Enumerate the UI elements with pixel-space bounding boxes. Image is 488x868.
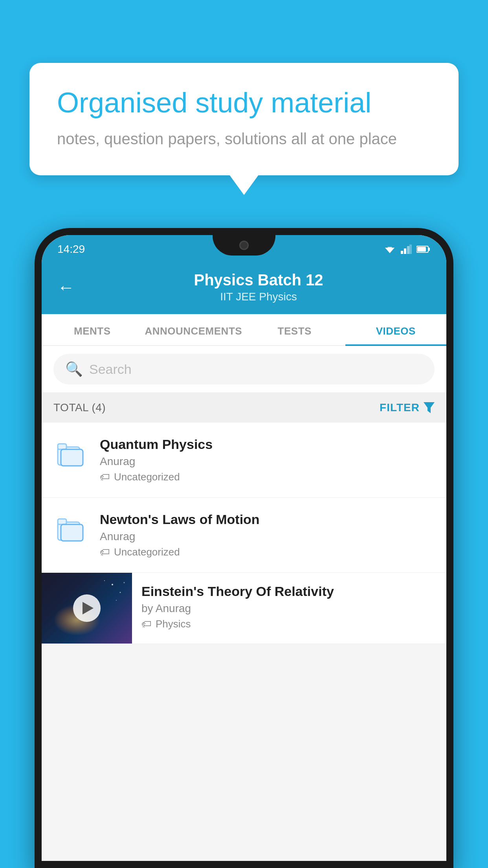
tab-bar: MENTS ANNOUNCEMENTS TESTS VIDEOS (42, 314, 446, 346)
svg-rect-3 (404, 248, 406, 254)
svg-rect-8 (417, 247, 426, 252)
list-item[interactable]: Einstein's Theory Of Relativity by Anura… (42, 573, 446, 644)
tab-ments[interactable]: MENTS (42, 314, 143, 345)
header-title: Physics Batch 12 (86, 271, 431, 289)
item-icon-newton (53, 515, 89, 543)
svg-rect-4 (407, 246, 409, 254)
svg-rect-7 (428, 248, 430, 251)
phone-frame: 14:29 (35, 228, 453, 868)
folder-icon (57, 515, 85, 543)
svg-point-16 (112, 584, 113, 585)
folder-icon (57, 440, 85, 468)
svg-point-19 (124, 582, 125, 583)
back-button[interactable]: ← (57, 278, 75, 297)
play-triangle-icon (83, 602, 94, 614)
svg-point-18 (104, 580, 105, 581)
item-tag: 🏷 Uncategorized (100, 546, 435, 558)
tab-tests[interactable]: TESTS (244, 314, 345, 345)
tag-icon: 🏷 (100, 471, 110, 483)
svg-point-20 (116, 600, 117, 601)
item-info-einstein: Einstein's Theory Of Relativity by Anura… (132, 573, 446, 641)
signal-icon (401, 245, 412, 254)
tag-label: Physics (156, 618, 191, 630)
item-title: Quantum Physics (100, 437, 435, 452)
item-author: by Anurag (141, 602, 437, 615)
video-thumbnail (42, 573, 132, 644)
svg-rect-12 (61, 449, 83, 466)
speech-bubble: Organised study material notes, question… (29, 63, 459, 175)
status-icons (383, 245, 431, 254)
svg-rect-2 (401, 251, 403, 254)
tag-label: Uncategorized (114, 471, 180, 483)
header-title-block: Physics Batch 12 IIT JEE Physics (86, 271, 431, 303)
tab-announcements[interactable]: ANNOUNCEMENTS (143, 314, 244, 345)
camera (239, 241, 249, 250)
search-input[interactable]: Search (89, 362, 132, 377)
item-info-quantum: Quantum Physics Anurag 🏷 Uncategorized (100, 437, 435, 483)
item-icon-quantum (53, 440, 89, 468)
list-item[interactable]: Newton's Laws of Motion Anurag 🏷 Uncateg… (42, 498, 446, 573)
tag-icon: 🏷 (100, 546, 110, 558)
battery-icon (416, 245, 431, 253)
search-icon: 🔍 (65, 361, 83, 377)
item-tag: 🏷 Uncategorized (100, 471, 435, 483)
item-title: Newton's Laws of Motion (100, 512, 435, 527)
tag-icon: 🏷 (141, 618, 152, 630)
svg-rect-14 (58, 519, 66, 524)
header-subtitle: IIT JEE Physics (86, 291, 431, 303)
list-item[interactable]: Quantum Physics Anurag 🏷 Uncategorized (42, 423, 446, 498)
item-info-newton: Newton's Laws of Motion Anurag 🏷 Uncateg… (100, 512, 435, 558)
item-tag: 🏷 Physics (141, 618, 437, 630)
speech-bubble-subtitle: notes, question papers, solutions all at… (57, 130, 431, 148)
search-container: 🔍 Search (42, 346, 446, 393)
filter-bar: TOTAL (4) FILTER (42, 393, 446, 423)
filter-funnel-icon (424, 402, 435, 413)
tab-videos[interactable]: VIDEOS (345, 314, 447, 345)
wifi-icon (383, 245, 396, 254)
tag-label: Uncategorized (114, 546, 180, 558)
svg-rect-15 (61, 524, 83, 541)
item-title: Einstein's Theory Of Relativity (141, 584, 437, 599)
filter-button[interactable]: FILTER (380, 401, 435, 414)
video-list: Quantum Physics Anurag 🏷 Uncategorized (42, 423, 446, 644)
total-count: TOTAL (4) (53, 401, 106, 414)
svg-marker-9 (424, 402, 435, 413)
phone-notch (213, 235, 275, 256)
svg-rect-11 (58, 444, 66, 449)
phone-screen: 14:29 (42, 235, 446, 861)
search-bar[interactable]: 🔍 Search (53, 354, 435, 384)
speech-bubble-title: Organised study material (57, 86, 431, 119)
app-header: ← Physics Batch 12 IIT JEE Physics (42, 263, 446, 314)
status-time: 14:29 (57, 243, 85, 256)
filter-label: FILTER (380, 401, 420, 414)
item-author: Anurag (100, 455, 435, 468)
svg-point-17 (120, 592, 121, 593)
item-author: Anurag (100, 530, 435, 543)
status-bar: 14:29 (42, 235, 446, 263)
play-button[interactable] (73, 594, 101, 622)
svg-rect-5 (409, 245, 412, 254)
